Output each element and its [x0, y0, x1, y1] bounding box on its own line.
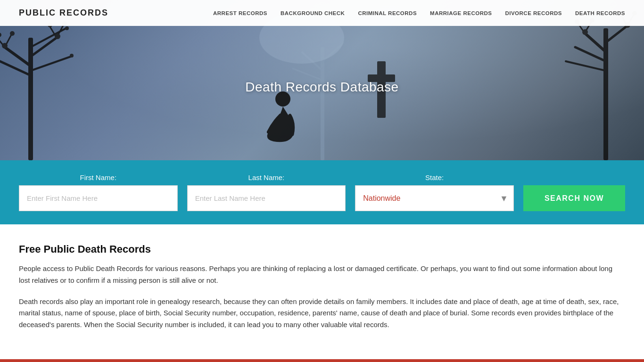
- svg-line-21: [606, 26, 627, 42]
- nav-background-check[interactable]: BACKGROUND CHECK: [281, 10, 345, 16]
- first-name-label: First Name:: [19, 173, 178, 181]
- last-name-input[interactable]: [187, 185, 346, 211]
- svg-point-12: [10, 31, 15, 36]
- svg-line-1: [5, 47, 31, 66]
- main-nav: ARREST RECORDS BACKGROUND CHECK CRIMINAL…: [213, 10, 625, 16]
- first-name-field: First Name:: [19, 173, 178, 211]
- nav-marriage-records[interactable]: MARRIAGE RECORDS: [430, 10, 492, 16]
- search-bar: First Name: Last Name: State: Nationwide…: [0, 160, 644, 224]
- svg-point-13: [55, 33, 60, 39]
- state-field: State: NationwideAlabamaAlaskaArizonaArk…: [355, 173, 514, 211]
- site-logo: PUBLIC RECORDS: [19, 8, 108, 18]
- svg-line-5: [31, 57, 71, 71]
- state-label: State:: [355, 173, 514, 181]
- svg-line-36: [292, 68, 322, 80]
- nav-death-records[interactable]: DEATH RECORDS: [575, 10, 625, 16]
- svg-point-17: [70, 54, 74, 58]
- svg-rect-18: [603, 28, 608, 160]
- nav-criminal-records[interactable]: CRIMINAL RECORDS: [358, 10, 417, 16]
- hero-title: Death Records Database: [245, 80, 398, 95]
- svg-rect-33: [321, 47, 324, 160]
- content-heading: Free Public Death Records: [19, 243, 625, 255]
- nav-divorce-records[interactable]: DIVORCE RECORDS: [505, 10, 562, 16]
- svg-point-11: [0, 33, 1, 37]
- first-name-input[interactable]: [19, 185, 178, 211]
- last-name-field: Last Name:: [187, 173, 346, 211]
- search-now-button[interactable]: SEARCH NOW: [523, 185, 625, 211]
- svg-point-27: [582, 29, 588, 35]
- content-paragraph-2: Death records also play an important rol…: [19, 296, 625, 331]
- svg-point-10: [2, 43, 8, 49]
- last-name-label: Last Name:: [187, 173, 346, 181]
- content-paragraph-1: People access to Public Death Records fo…: [19, 263, 625, 287]
- svg-line-22: [566, 61, 606, 71]
- svg-point-16: [65, 26, 69, 30]
- svg-line-19: [585, 33, 606, 52]
- state-select[interactable]: NationwideAlabamaAlaskaArizonaArkansasCa…: [355, 185, 514, 211]
- red-bar: [0, 359, 644, 362]
- nav-arrest-records[interactable]: ARREST RECORDS: [213, 10, 267, 16]
- site-header: PUBLIC RECORDS ARREST RECORDS BACKGROUND…: [0, 0, 644, 26]
- main-content: Free Public Death Records People access …: [0, 224, 644, 354]
- state-select-wrapper: NationwideAlabamaAlaskaArizonaArkansasCa…: [355, 185, 514, 211]
